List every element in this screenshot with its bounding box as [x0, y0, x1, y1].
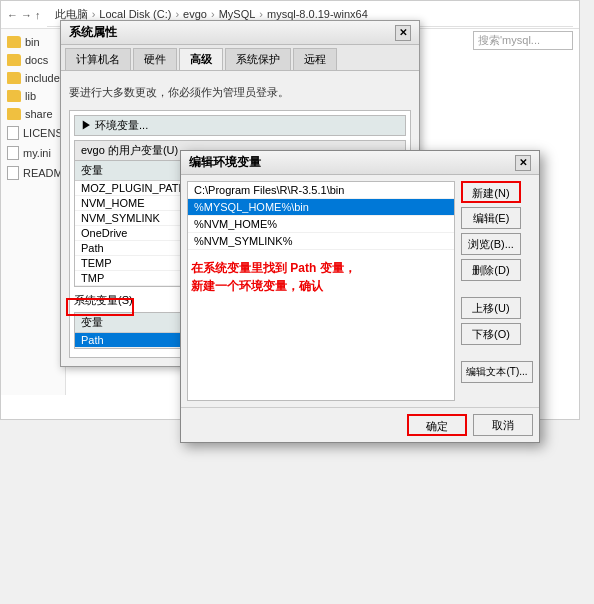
- folder-icon: [7, 54, 21, 66]
- close-button[interactable]: ✕: [395, 25, 411, 41]
- warning-text: 要进行大多数更改，你必须作为管理员登录。: [69, 85, 411, 100]
- path-item[interactable]: %NVM_SYMLINK%: [188, 233, 454, 250]
- tab-remote[interactable]: 远程: [293, 48, 337, 70]
- ok-button[interactable]: 确定: [407, 414, 467, 436]
- path-item[interactable]: %NVM_HOME%: [188, 216, 454, 233]
- tab-hardware[interactable]: 硬件: [133, 48, 177, 70]
- file-icon: [7, 146, 19, 160]
- tab-computer-name[interactable]: 计算机名: [65, 48, 131, 70]
- sidebar-item-license[interactable]: LICENSE: [1, 123, 65, 143]
- path-action-buttons: 新建(N) 编辑(E) 浏览(B)... 删除(D) 上移(U) 下移(O) 编…: [461, 181, 533, 401]
- edit-env-title: 编辑环境变量: [189, 154, 261, 171]
- sidebar-item-lib[interactable]: lib: [1, 87, 65, 105]
- cancel-button[interactable]: 取消: [473, 414, 533, 436]
- file-icon: [7, 126, 19, 140]
- folder-icon: [7, 108, 21, 120]
- delete-path-button[interactable]: 删除(D): [461, 259, 521, 281]
- sidebar-item-docs[interactable]: docs: [1, 51, 65, 69]
- tab-advanced[interactable]: 高级: [179, 48, 223, 70]
- tab-system-protection[interactable]: 系统保护: [225, 48, 291, 70]
- edit-close-button[interactable]: ✕: [515, 155, 531, 171]
- move-down-button[interactable]: 下移(O): [461, 323, 521, 345]
- explorer-nav: ← → ↑: [7, 9, 41, 21]
- env-section-title: ▶ 环境变量...: [74, 115, 406, 136]
- sidebar-item-include[interactable]: include: [1, 69, 65, 87]
- edit-path-button[interactable]: 编辑(E): [461, 207, 521, 229]
- file-sidebar: bin docs include lib share LICENSE: [1, 29, 66, 395]
- path-item[interactable]: C:\Program Files\R\R-3.5.1\bin: [188, 182, 454, 199]
- folder-icon: [7, 36, 21, 48]
- sys-props-title: 系统属性: [69, 24, 117, 41]
- folder-icon: [7, 72, 21, 84]
- sidebar-item-bin[interactable]: bin: [1, 33, 65, 51]
- new-path-button[interactable]: 新建(N): [461, 181, 521, 203]
- path-list-container: C:\Program Files\R\R-3.5.1\bin %MYSQL_HO…: [187, 181, 455, 401]
- tab-bar: 计算机名 硬件 高级 系统保护 远程: [61, 45, 419, 71]
- sidebar-item-share[interactable]: share: [1, 105, 65, 123]
- browse-path-button[interactable]: 浏览(B)...: [461, 233, 521, 255]
- folder-icon: [7, 90, 21, 102]
- move-up-button[interactable]: 上移(U): [461, 297, 521, 319]
- edit-dialog-footer: 确定 取消: [181, 407, 539, 442]
- edit-env-titlebar: 编辑环境变量 ✕: [181, 151, 539, 175]
- edit-env-dialog: 编辑环境变量 ✕ C:\Program Files\R\R-3.5.1\bin …: [180, 150, 540, 443]
- search-bar[interactable]: 搜索'mysql...: [473, 31, 573, 50]
- path-list: C:\Program Files\R\R-3.5.1\bin %MYSQL_HO…: [187, 181, 455, 401]
- file-icon: [7, 166, 19, 180]
- sidebar-item-myini[interactable]: my.ini: [1, 143, 65, 163]
- sys-props-titlebar: 系统属性 ✕: [61, 21, 419, 45]
- edit-text-button[interactable]: 编辑文本(T)...: [461, 361, 533, 383]
- sidebar-item-readme[interactable]: README: [1, 163, 65, 183]
- edit-dialog-body: C:\Program Files\R\R-3.5.1\bin %MYSQL_HO…: [181, 175, 539, 407]
- path-item-selected[interactable]: %MYSQL_HOME%\bin: [188, 199, 454, 216]
